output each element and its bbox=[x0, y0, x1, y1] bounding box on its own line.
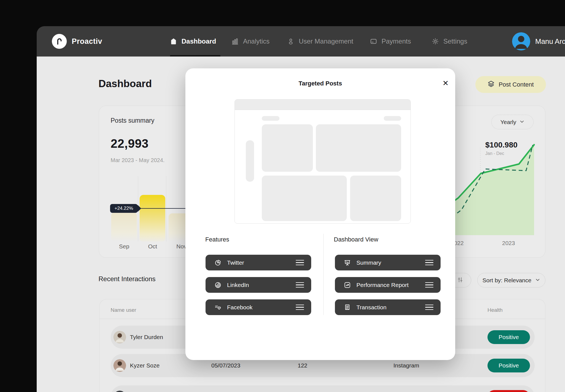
row-name: Sam Altman bbox=[130, 385, 161, 392]
sliders-icon bbox=[457, 276, 463, 284]
gear-icon bbox=[432, 38, 439, 45]
page-title: Dashboard bbox=[98, 78, 152, 90]
drag-handle-icon[interactable] bbox=[425, 282, 433, 288]
column-header-health: Health bbox=[487, 307, 503, 313]
post-content-button[interactable]: Post Content bbox=[475, 76, 546, 93]
dashboard-view-label: Dashboard View bbox=[334, 236, 378, 243]
revenue-amount: $100.980 bbox=[485, 141, 518, 149]
view-label: Summary bbox=[356, 259, 425, 266]
row-count: 86 bbox=[298, 385, 304, 392]
placeholder-sidebar bbox=[246, 140, 254, 182]
placeholder-block bbox=[350, 176, 401, 221]
row-name: Kyzer Soze bbox=[130, 354, 159, 377]
nav-item-dashboard[interactable]: Dashboard bbox=[170, 26, 216, 57]
drag-handle-icon[interactable] bbox=[425, 260, 433, 265]
wishlist-heart-icon bbox=[214, 304, 222, 311]
pie-chart-icon bbox=[214, 259, 222, 266]
posts-summary-total: 22,993 bbox=[111, 137, 149, 151]
bar-sep[interactable] bbox=[111, 212, 137, 241]
placeholder-pill bbox=[262, 116, 279, 121]
status-badge: Positive bbox=[487, 359, 530, 372]
drag-handle-icon[interactable] bbox=[296, 305, 304, 310]
user-icon bbox=[287, 38, 294, 45]
recent-interactions-title: Recent Interactions bbox=[98, 275, 156, 283]
placeholder-block bbox=[316, 124, 401, 172]
targeted-posts-modal: Targeted Posts ✕ Features Dashboard View… bbox=[185, 68, 455, 360]
drag-handle-icon[interactable] bbox=[425, 305, 433, 310]
close-icon[interactable]: ✕ bbox=[441, 78, 451, 88]
features-label: Features bbox=[205, 236, 229, 243]
brand: Proactiv bbox=[52, 34, 102, 49]
sort-dropdown[interactable]: Sort by: Relevance bbox=[477, 273, 545, 288]
bar-label-sep: Sep bbox=[111, 243, 137, 250]
avatar bbox=[113, 391, 126, 392]
nav-item-label: Payments bbox=[382, 37, 411, 45]
nav-item-label: Analytics bbox=[243, 37, 270, 45]
dashboard-content: Dashboard Post Content Posts summary 22,… bbox=[37, 57, 565, 392]
modal-title: Targeted Posts bbox=[185, 80, 455, 87]
placeholder-pill bbox=[384, 116, 401, 121]
avatar bbox=[113, 359, 126, 372]
column-header-name: Name user bbox=[111, 307, 136, 313]
feature-item-facebook[interactable]: Facebook bbox=[206, 299, 311, 315]
home-icon bbox=[170, 38, 177, 45]
view-label: Transaction bbox=[356, 304, 425, 311]
period-value: Yearly bbox=[500, 119, 516, 125]
spiral-icon bbox=[214, 281, 222, 289]
user-name: Manu Arora bbox=[535, 37, 565, 46]
nav-item-user-management[interactable]: User Management bbox=[287, 26, 353, 57]
feature-item-linkedin[interactable]: LinkedIn bbox=[206, 277, 311, 293]
bar-chart-icon bbox=[231, 38, 239, 45]
preview-topbar bbox=[235, 100, 411, 110]
bar-oct[interactable] bbox=[140, 195, 165, 241]
trend-square-icon bbox=[344, 281, 351, 289]
presentation-icon bbox=[344, 259, 351, 266]
nav-item-label: Dashboard bbox=[182, 37, 216, 45]
nav-item-label: Settings bbox=[443, 37, 467, 45]
revenue-range: Jan - Dec bbox=[485, 151, 504, 156]
proactiv-logo-icon bbox=[52, 34, 67, 49]
feature-label: Twitter bbox=[227, 259, 296, 266]
posts-summary-range: Mar 2023 - May 2024. bbox=[111, 157, 165, 163]
nav-item-payments[interactable]: Payments bbox=[370, 26, 411, 57]
nav-item-label: User Management bbox=[299, 37, 353, 45]
view-item-summary[interactable]: Summary bbox=[335, 255, 441, 270]
row-name: Tyler Durden bbox=[130, 326, 163, 349]
credit-card-icon bbox=[370, 38, 377, 45]
status-badge: Negative bbox=[487, 390, 530, 392]
layers-icon bbox=[487, 80, 495, 89]
brand-name: Proactiv bbox=[72, 37, 102, 46]
year-label-2023: 2023 bbox=[502, 240, 515, 246]
chevron-down-icon bbox=[519, 119, 524, 125]
avatar bbox=[113, 331, 126, 343]
nav-item-settings[interactable]: Settings bbox=[432, 26, 467, 57]
view-label: Performance Report bbox=[356, 282, 425, 288]
drag-handle-icon[interactable] bbox=[296, 260, 304, 265]
status-badge: Positive bbox=[487, 330, 530, 344]
avatar bbox=[512, 32, 530, 50]
layout-preview bbox=[234, 99, 411, 224]
view-item-performance-report[interactable]: Performance Report bbox=[335, 277, 441, 293]
feature-label: Facebook bbox=[227, 304, 296, 311]
bar-label-oct: Oct bbox=[140, 243, 166, 250]
table-row[interactable]: Sam Altman 04/09/2023 86 Twitter Negativ… bbox=[111, 385, 535, 392]
chart-gridline bbox=[166, 176, 166, 241]
row-date: 04/09/2023 bbox=[211, 385, 240, 392]
nav-item-analytics[interactable]: Analytics bbox=[231, 26, 270, 57]
drag-handle-icon[interactable] bbox=[296, 282, 304, 288]
sort-label: Sort by: Relevance bbox=[483, 277, 531, 284]
row-platform: Twitter bbox=[393, 385, 411, 392]
chevron-down-icon bbox=[535, 277, 540, 284]
column-divider bbox=[323, 234, 324, 315]
top-navbar: Proactiv Dashboard Analytics User Manage… bbox=[37, 26, 565, 57]
placeholder-block bbox=[262, 176, 347, 221]
feature-item-twitter[interactable]: Twitter bbox=[206, 255, 311, 270]
view-item-transaction[interactable]: Transaction bbox=[335, 299, 441, 315]
period-dropdown[interactable]: Yearly bbox=[491, 115, 534, 129]
user-menu[interactable]: Manu Arora bbox=[512, 32, 565, 50]
feature-label: LinkedIn bbox=[227, 282, 296, 288]
receipt-icon bbox=[344, 304, 351, 311]
post-content-label: Post Content bbox=[499, 81, 534, 88]
app-window: Proactiv Dashboard Analytics User Manage… bbox=[37, 26, 565, 392]
posts-summary-title: Posts summary bbox=[111, 117, 154, 124]
